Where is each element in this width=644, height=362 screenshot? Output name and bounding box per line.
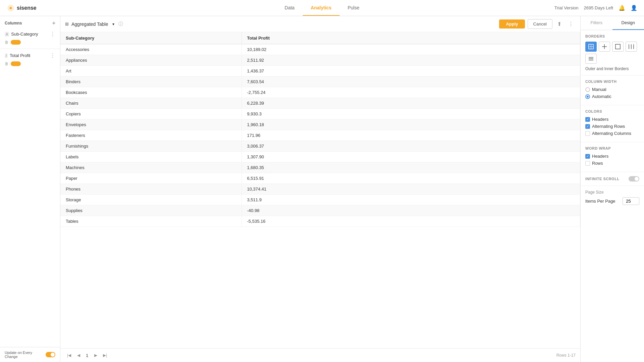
outer-inner-borders-label: Outer and Inner Borders bbox=[585, 66, 639, 71]
more-options-button[interactable]: ⋮ bbox=[566, 19, 576, 29]
table-row: Art 1,436.37 bbox=[60, 66, 580, 76]
rows-info: Rows 1-17 bbox=[556, 353, 576, 358]
cell-sub-category: Supplies bbox=[60, 205, 241, 216]
widget-info-icon[interactable]: ⓘ bbox=[118, 21, 123, 27]
word-wrap-headers-option[interactable]: Headers bbox=[585, 154, 639, 159]
automatic-radio-circle bbox=[585, 94, 590, 99]
export-button[interactable]: ⬆ bbox=[555, 19, 564, 29]
column-header-total-profit: Total Profit bbox=[241, 32, 580, 44]
update-label: Update on Every Change bbox=[5, 351, 43, 359]
page-size-row: Items Per Page bbox=[585, 197, 639, 205]
total-profit-tag: 🗑 bbox=[0, 61, 60, 69]
all-borders-button[interactable] bbox=[585, 42, 597, 52]
widget-header: ⊞ Aggregated Table ▾ ⓘ Apply Cancel ⬆ ⋮ bbox=[60, 16, 580, 32]
user-icon[interactable]: 👤 bbox=[631, 5, 637, 11]
sub-category-label: Sub-Category bbox=[11, 32, 38, 37]
alternating-rows-option[interactable]: Alternating Rows bbox=[585, 124, 639, 129]
notification-icon[interactable]: 🔔 bbox=[619, 5, 625, 11]
cell-sub-category: Machines bbox=[60, 162, 241, 173]
word-wrap-title: WORD WRAP bbox=[585, 146, 639, 150]
update-on-every-change: Update on Every Change bbox=[0, 347, 60, 362]
border-options bbox=[585, 42, 639, 64]
inner-borders-button[interactable] bbox=[599, 42, 610, 52]
automatic-radio[interactable]: Automatic bbox=[585, 94, 639, 99]
table-icon: ⊞ bbox=[65, 21, 69, 27]
headers-color-option[interactable]: Headers bbox=[585, 117, 639, 122]
cell-total-profit: 6,228.39 bbox=[241, 98, 580, 109]
cell-sub-category: Storage bbox=[60, 195, 241, 205]
alternating-rows-checkbox[interactable] bbox=[585, 124, 590, 129]
alternating-columns-checkbox[interactable] bbox=[585, 131, 590, 136]
headers-checkbox[interactable] bbox=[585, 117, 590, 122]
logo-icon bbox=[7, 4, 15, 12]
sub-category-options-button[interactable]: ⋮ bbox=[50, 31, 55, 37]
next-page-button[interactable]: ▶ bbox=[92, 351, 100, 359]
column-borders-button[interactable] bbox=[626, 42, 637, 52]
nav-tab-analytics[interactable]: Analytics bbox=[303, 0, 339, 16]
total-profit-options-button[interactable]: ⋮ bbox=[50, 52, 55, 59]
sub-category-delete-button[interactable]: 🗑 bbox=[5, 40, 9, 45]
last-page-button[interactable]: ▶| bbox=[101, 351, 109, 359]
table-row: Phones 10,374.41 bbox=[60, 184, 580, 195]
cell-total-profit: -40.98 bbox=[241, 205, 580, 216]
right-panel: Filters Design BORDERS bbox=[580, 16, 644, 362]
table-row: Tables -5,535.16 bbox=[60, 216, 580, 227]
nav-tab-data[interactable]: Data bbox=[277, 0, 303, 16]
update-toggle[interactable] bbox=[46, 352, 55, 357]
total-profit-color-tag[interactable] bbox=[11, 61, 21, 66]
sidebar-column-sub-category: A Sub-Category ⋮ bbox=[0, 29, 60, 39]
alternating-columns-option[interactable]: Alternating Columns bbox=[585, 131, 639, 136]
widget-title: Aggregated Table bbox=[71, 21, 108, 27]
cell-sub-category: Fasteners bbox=[60, 130, 241, 141]
table-row: Supplies -40.98 bbox=[60, 205, 580, 216]
outer-border-button[interactable] bbox=[612, 42, 624, 52]
columns-section-header: Columns + bbox=[0, 16, 60, 29]
prev-page-button[interactable]: ◀ bbox=[74, 351, 83, 359]
word-wrap-rows-checkbox[interactable] bbox=[585, 161, 590, 166]
add-column-button[interactable]: + bbox=[52, 20, 55, 26]
infinite-scroll-section: INFINITE SCROLL bbox=[581, 172, 644, 186]
first-page-button[interactable]: |◀ bbox=[65, 351, 73, 359]
cell-total-profit: 6,515.91 bbox=[241, 173, 580, 184]
cancel-button[interactable]: Cancel bbox=[528, 19, 552, 29]
items-per-page-input[interactable] bbox=[623, 197, 639, 205]
main-layout: Columns + A Sub-Category ⋮ 🗑 I Total Pro… bbox=[0, 16, 644, 362]
total-profit-delete-button[interactable]: 🗑 bbox=[5, 61, 9, 66]
cell-total-profit: 1,680.35 bbox=[241, 162, 580, 173]
pagination: |◀ ◀ 1 ▶ ▶| Rows 1-17 bbox=[60, 348, 580, 362]
colors-title: COLORS bbox=[585, 109, 639, 113]
cell-sub-category: Paper bbox=[60, 173, 241, 184]
word-wrap-headers-checkbox[interactable] bbox=[585, 154, 590, 159]
cell-sub-category: Art bbox=[60, 66, 241, 76]
infinite-scroll-toggle[interactable] bbox=[629, 176, 639, 182]
widget-container: ⊞ Aggregated Table ▾ ⓘ Apply Cancel ⬆ ⋮ … bbox=[60, 16, 580, 362]
cell-sub-category: Bookcases bbox=[60, 87, 241, 98]
table-row: Copiers 9,930.3 bbox=[60, 109, 580, 119]
manual-radio-label: Manual bbox=[592, 87, 606, 92]
tab-design[interactable]: Design bbox=[612, 16, 644, 30]
total-profit-type-icon: I bbox=[5, 53, 8, 58]
table-wrapper[interactable]: Sub-Category Total Profit Accessories 10… bbox=[60, 32, 580, 348]
cell-total-profit: 7,603.54 bbox=[241, 76, 580, 87]
apply-button[interactable]: Apply bbox=[499, 19, 525, 29]
table-row: Accessories 10,189.02 bbox=[60, 44, 580, 55]
tab-filters[interactable]: Filters bbox=[581, 16, 612, 30]
nav-tab-pulse[interactable]: Pulse bbox=[339, 0, 367, 16]
sidebar-divider-1 bbox=[0, 49, 60, 49]
nav-tabs: Data Analytics Pulse bbox=[277, 0, 368, 16]
items-per-page-label: Items Per Page bbox=[585, 199, 615, 204]
borders-section: BORDERS bbox=[581, 30, 644, 75]
row-borders-button[interactable] bbox=[585, 54, 597, 64]
cell-total-profit: -5,535.16 bbox=[241, 216, 580, 227]
cell-total-profit: 1,436.37 bbox=[241, 66, 580, 76]
manual-radio[interactable]: Manual bbox=[585, 87, 639, 92]
table-body: Accessories 10,189.02 Appliances 2,511.9… bbox=[60, 44, 580, 227]
cell-sub-category: Phones bbox=[60, 184, 241, 195]
infinite-scroll-toggle-knob bbox=[635, 177, 639, 181]
nav-right: Trial Version 2695 Days Left 🔔 👤 bbox=[554, 5, 637, 11]
sub-category-color-tag[interactable] bbox=[11, 40, 21, 45]
cell-sub-category: Tables bbox=[60, 216, 241, 227]
word-wrap-rows-option[interactable]: Rows bbox=[585, 161, 639, 166]
word-wrap-rows-label: Rows bbox=[592, 161, 603, 166]
table-header-row: Sub-Category Total Profit bbox=[60, 32, 580, 44]
